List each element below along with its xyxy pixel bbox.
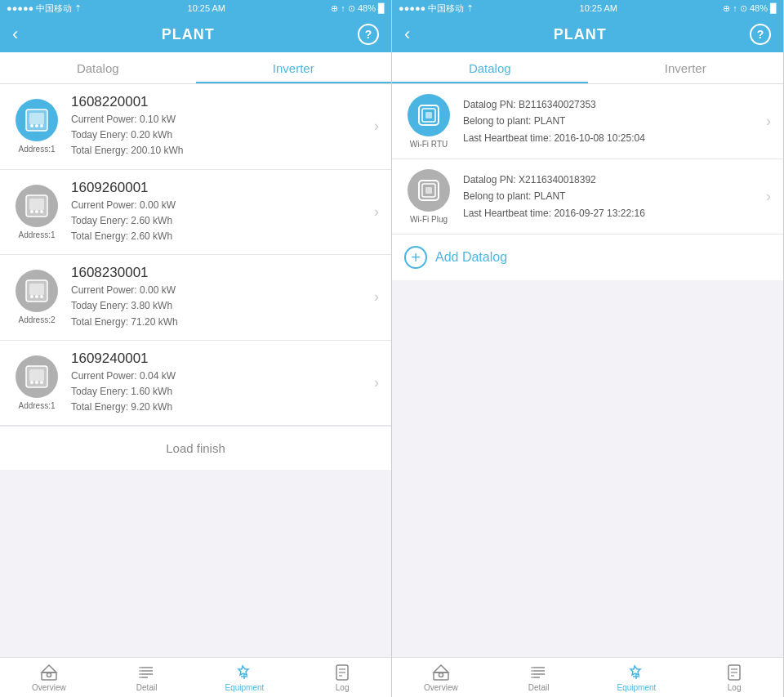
datalog-type-rtu: Wi-Fi RTU (410, 140, 448, 149)
svg-point-26 (139, 667, 140, 668)
svg-point-18 (35, 381, 38, 384)
datalog-info-2: Datalog PN: X2116340018392 Belong to pla… (463, 172, 760, 221)
inverter-info-2: 1609260001 Current Power: 0.00 kW Today … (71, 180, 368, 245)
nav-bar-2: ‹ PLANT ? (392, 16, 783, 52)
inverter-icon-4 (16, 355, 58, 398)
btab-label-equipment-1: Equipment (225, 683, 264, 692)
add-datalog-label: Add Datalog (435, 250, 507, 265)
datalog-detail-1: Datalog PN: B2116340027353 Belong to pla… (463, 96, 760, 146)
inverter-icon-2 (16, 185, 58, 227)
chevron-icon-2: › (374, 203, 379, 221)
svg-point-49 (531, 670, 532, 672)
btab-label-overview-2: Overview (424, 683, 458, 692)
svg-point-48 (531, 667, 532, 668)
svg-point-29 (139, 677, 140, 678)
btab-log-2[interactable]: Log (685, 658, 783, 697)
equipment-icon-1 (235, 663, 253, 681)
nav-title-2: PLANT (554, 26, 607, 43)
btab-label-overview-1: Overview (32, 683, 66, 692)
svg-point-9 (40, 210, 43, 213)
btab-equipment-1[interactable]: Equipment (196, 658, 294, 697)
inverter-item-1[interactable]: Address:1 1608220001 Current Power: 0.10… (0, 84, 391, 170)
tab-inverter-1[interactable]: Inverter (196, 52, 392, 83)
svg-point-21 (47, 672, 51, 677)
btab-overview-2[interactable]: Overview (392, 658, 490, 697)
svg-point-17 (30, 381, 33, 384)
datalog-item-2[interactable]: Wi-Fi Plug Datalog PN: X2116340018392 Be… (392, 159, 783, 235)
svg-rect-20 (42, 672, 56, 680)
inverter-item-3[interactable]: Address:2 1608230001 Current Power: 0.00… (0, 255, 391, 341)
inverter-info-1: 1608220001 Current Power: 0.10 kW Today … (71, 94, 368, 159)
datalog-info-1: Datalog PN: B2116340027353 Belong to pla… (463, 96, 760, 146)
help-button-2[interactable]: ? (750, 24, 771, 45)
phone-2: ●●●●● 中国移动 ⇡ 10:25 AM ⊕ ↑ ⊙ 48% ▉ ‹ PLAN… (392, 0, 784, 697)
tab-bar-2: Datalog Inverter (392, 52, 783, 84)
inverter-item-4[interactable]: Address:1 1609240001 Current Power: 0.04… (0, 341, 391, 427)
svg-point-4 (40, 124, 43, 127)
datalog-list: Wi-Fi RTU Datalog PN: B2116340027353 Bel… (392, 84, 783, 657)
log-icon-2 (725, 663, 743, 681)
status-time-1: 10:25 AM (188, 3, 225, 13)
overview-icon-2 (432, 663, 450, 681)
datalog-icon-wrap-1: Wi-Fi RTU (404, 94, 453, 149)
btab-overview-1[interactable]: Overview (0, 658, 98, 697)
tab-datalog-1[interactable]: Datalog (0, 52, 196, 83)
svg-rect-11 (29, 284, 44, 295)
log-icon-1 (333, 663, 351, 681)
inverter-icon-wrap-2: Address:1 (12, 185, 61, 239)
inverter-address-3: Address:2 (18, 315, 55, 324)
inverter-icon-wrap-1: Address:1 (12, 99, 61, 154)
detail-icon-1 (138, 663, 156, 681)
inverter-id-1: 1608220001 (71, 94, 368, 110)
inverter-detail-1: Current Power: 0.10 kW Today Enery: 0.20… (71, 112, 368, 159)
btab-detail-1[interactable]: Detail (98, 658, 196, 697)
btab-equipment-2[interactable]: Equipment (588, 658, 686, 697)
btab-log-1[interactable]: Log (293, 658, 391, 697)
tab-bar-1: Datalog Inverter (0, 52, 391, 84)
btab-detail-2[interactable]: Detail (490, 658, 588, 697)
btab-label-log-2: Log (728, 683, 742, 692)
svg-point-7 (30, 210, 33, 213)
bottom-tabs-1: Overview Detail (0, 657, 391, 697)
inverter-id-4: 1609240001 (71, 351, 368, 367)
inverter-id-2: 1609260001 (71, 180, 368, 196)
btab-label-equipment-2: Equipment (617, 683, 656, 692)
svg-point-28 (139, 673, 140, 675)
svg-point-43 (439, 672, 443, 677)
datalog-item-1[interactable]: Wi-Fi RTU Datalog PN: B2116340027353 Bel… (392, 84, 783, 159)
chevron-icon-4: › (374, 374, 379, 391)
svg-point-8 (35, 210, 38, 213)
svg-rect-1 (29, 113, 44, 124)
inverter-detail-2: Current Power: 0.00 kW Today Enery: 2.60… (71, 198, 368, 245)
datalog-type-plug: Wi-Fi Plug (410, 215, 448, 224)
tab-datalog-2[interactable]: Datalog (392, 52, 588, 83)
svg-point-2 (30, 124, 33, 127)
inverter-icon-3 (16, 270, 58, 312)
datalog-detail-2: Datalog PN: X2116340018392 Belong to pla… (463, 172, 760, 221)
inverter-info-3: 1608230001 Current Power: 0.00 kW Today … (71, 265, 368, 330)
svg-rect-16 (29, 369, 44, 381)
add-datalog-row[interactable]: + Add Datalog (392, 235, 783, 280)
inverter-detail-4: Current Power: 0.04 kW Today Enery: 1.60… (71, 369, 368, 416)
add-circle-icon: + (404, 246, 427, 269)
inverter-icon-wrap-4: Address:1 (12, 355, 61, 410)
inverter-list: Address:1 1608220001 Current Power: 0.10… (0, 84, 391, 657)
svg-rect-42 (434, 672, 448, 680)
inverter-item-2[interactable]: Address:1 1609260001 Current Power: 0.00… (0, 170, 391, 256)
help-button-1[interactable]: ? (358, 24, 379, 45)
nav-bar-1: ‹ PLANT ? (0, 16, 391, 52)
svg-point-27 (139, 670, 140, 672)
svg-rect-6 (29, 199, 44, 210)
back-button-1[interactable]: ‹ (12, 25, 18, 43)
inverter-address-4: Address:1 (18, 401, 55, 410)
status-bar-2: ●●●●● 中国移动 ⇡ 10:25 AM ⊕ ↑ ⊙ 48% ▉ (392, 0, 783, 16)
status-bar-1: ●●●●● 中国移动 ⇡ 10:25 AM ⊕ ↑ ⊙ 48% ▉ (0, 0, 391, 16)
btab-label-detail-1: Detail (136, 683, 158, 692)
tab-inverter-2[interactable]: Inverter (588, 52, 784, 83)
inverter-address-2: Address:1 (18, 230, 55, 239)
status-right-1: ⊕ ↑ ⊙ 48% ▉ (331, 3, 385, 14)
chevron-icon-1: › (374, 118, 379, 135)
back-button-2[interactable]: ‹ (404, 25, 410, 43)
status-time-2: 10:25 AM (580, 3, 617, 13)
chevron-icon-d1: › (766, 113, 771, 130)
